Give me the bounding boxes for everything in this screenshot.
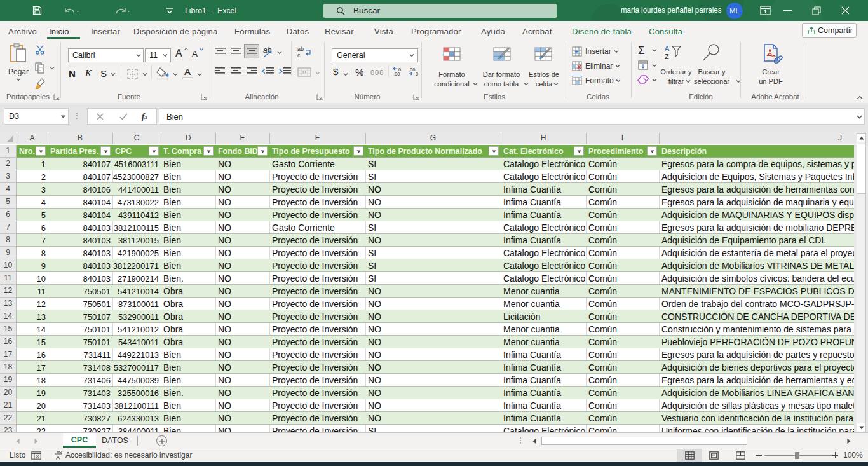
- svg-text:Z: Z: [665, 53, 669, 60]
- svg-text:c: c: [297, 52, 301, 58]
- svg-text:,00: ,00: [409, 67, 415, 72]
- svg-text:A: A: [665, 45, 670, 52]
- svg-text:ab: ab: [297, 46, 304, 52]
- svg-text:,00: ,00: [393, 71, 400, 76]
- svg-text:0: 0: [416, 71, 418, 76]
